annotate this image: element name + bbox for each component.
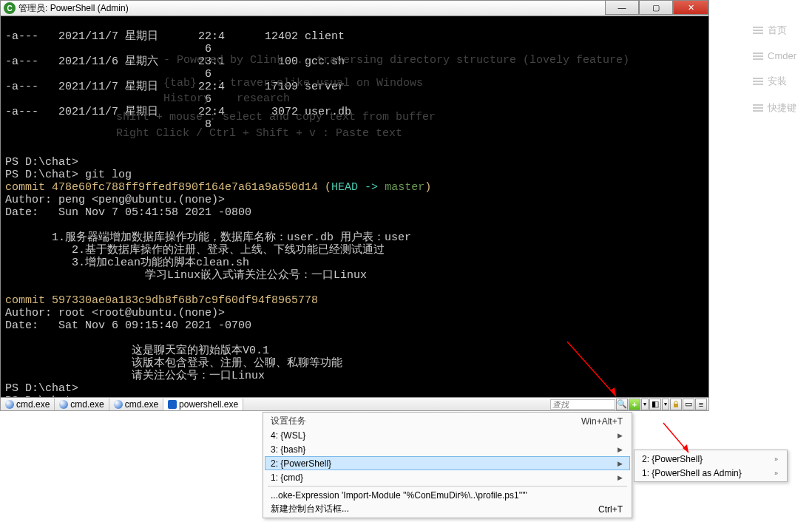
terminal-output[interactable]: -a--- 2021/11/7 星期日 22:4 12402 client 6 … bbox=[0, 16, 709, 398]
submenu-item-powershell-admin[interactable]: 1: {PowerShell as Admin}» bbox=[636, 466, 785, 480]
menu-header-shortcut: Win+Alt+T bbox=[581, 416, 623, 427]
tab-cmd-3[interactable]: cmd.exe bbox=[109, 399, 163, 410]
menu-item-label: 2: {PowerShell} bbox=[642, 454, 703, 464]
window-titlebar: C 管理员: PowerShell (Admin) — ▢ ✕ bbox=[0, 0, 709, 16]
menu-item-cmd[interactable]: 1: {cmd}▶ bbox=[265, 470, 630, 484]
maximize-pane-button[interactable]: ▭ bbox=[683, 399, 694, 410]
prompt: PS D:\chat> bbox=[5, 156, 78, 169]
maximize-button[interactable]: ▢ bbox=[639, 0, 673, 15]
cmd-icon bbox=[5, 400, 14, 409]
menu-item-powershell[interactable]: 2: {PowerShell}▶ bbox=[265, 456, 630, 470]
search-input[interactable] bbox=[550, 399, 615, 410]
submenu-arrow-icon: » bbox=[774, 455, 778, 463]
hamburger-icon bbox=[753, 78, 763, 85]
tab-cmd-2[interactable]: cmd.exe bbox=[55, 399, 109, 410]
ghost-text: History research bbox=[97, 92, 290, 105]
menu-separator bbox=[268, 486, 627, 487]
tab-label: cmd.exe bbox=[70, 399, 104, 410]
paren: ) bbox=[424, 181, 431, 194]
minimize-button[interactable]: — bbox=[605, 0, 639, 15]
ghost-nav-item: 安装 bbox=[753, 75, 796, 88]
powershell-submenu: 2: {PowerShell}» 1: {PowerShell as Admin… bbox=[634, 450, 788, 482]
menu-item-label: 1: {cmd} bbox=[271, 472, 303, 483]
ls-row: -a--- 2021/11/7 星期日 22:4 12402 client bbox=[5, 30, 345, 43]
menu-item-wsl[interactable]: 4: {WSL}▶ bbox=[265, 428, 630, 442]
menu-item-label: 4: {WSL} bbox=[271, 430, 305, 441]
window-title: 管理员: PowerShell (Admin) bbox=[18, 2, 129, 15]
menu-item-label: ...oke-Expression 'Import-Module ''%ConE… bbox=[271, 490, 527, 501]
cmd-icon bbox=[114, 400, 123, 409]
new-tab-button[interactable]: + bbox=[629, 399, 640, 410]
ghost-text: - Powered by Clink ... traversing direct… bbox=[97, 54, 629, 67]
menu-header-label: 设置任务 bbox=[271, 415, 306, 427]
paren: ( bbox=[325, 181, 331, 194]
commit-msg: 1.服务器端增加数据库操作功能，数据库名称：user.db 用户表：user bbox=[5, 231, 411, 244]
menu-button[interactable]: ≡ bbox=[695, 399, 707, 410]
menu-item-label: 2: {PowerShell} bbox=[271, 458, 331, 469]
tasks-menu: 设置任务 Win+Alt+T 4: {WSL}▶ 3: {bash}▶ 2: {… bbox=[263, 412, 632, 518]
commit-msg: 这是聊天室的初始版本V0.1 bbox=[5, 345, 269, 357]
submenu-arrow-icon: » bbox=[774, 470, 778, 477]
branch-ref: master bbox=[385, 181, 424, 194]
split-dropdown[interactable]: ▾ bbox=[662, 399, 669, 410]
tab-label: cmd.exe bbox=[125, 399, 158, 410]
search-button[interactable]: 🔍 bbox=[616, 399, 628, 410]
tab-label: powershell.exe bbox=[179, 399, 238, 410]
menu-header: 设置任务 Win+Alt+T bbox=[265, 414, 630, 428]
menu-item-label: 1: {PowerShell as Admin} bbox=[642, 468, 742, 478]
powershell-icon bbox=[168, 400, 177, 409]
commit-msg: 该版本包含登录、注册、公聊、私聊等功能 bbox=[5, 357, 342, 370]
head-ref: HEAD -> bbox=[331, 181, 385, 194]
menu-item-new-console[interactable]: 新建控制台对话框...Ctrl+T bbox=[265, 502, 630, 516]
lock-button[interactable] bbox=[670, 399, 682, 410]
commit-msg: 学习Linux嵌入式请关注公众号：一口Linux bbox=[5, 269, 367, 282]
commit-msg: 请关注公众号：一口Linux bbox=[5, 370, 265, 382]
commit-date: Date: Sat Nov 6 09:15:40 2021 -0700 bbox=[5, 319, 251, 332]
ghost-nav-item: Cmder bbox=[753, 50, 796, 61]
commit-hash: commit 597330ae0a183c9db8f68b7c9f60df94f… bbox=[5, 294, 318, 307]
commit-author: Author: root <root@ubuntu.(none)> bbox=[5, 307, 225, 319]
tab-label: cmd.exe bbox=[16, 399, 50, 410]
tab-powershell[interactable]: powershell.exe bbox=[163, 399, 243, 410]
menu-item-label: 新建控制台对话框... bbox=[271, 503, 349, 515]
commit-msg: 3.增加clean功能的脚本clean.sh bbox=[5, 257, 249, 269]
submenu-arrow-icon: ▶ bbox=[618, 446, 623, 453]
commit-author: Author: peng <peng@ubuntu.(none)> bbox=[5, 194, 225, 206]
submenu-arrow-icon: ▶ bbox=[618, 460, 623, 467]
right-nav-ghost: 首页 Cmder 安装 快捷键 bbox=[753, 24, 796, 115]
submenu-item-powershell[interactable]: 2: {PowerShell}» bbox=[636, 452, 785, 466]
prompt: PS D:\chat> bbox=[5, 382, 78, 395]
submenu-arrow-icon: ▶ bbox=[618, 474, 623, 481]
svg-line-3 bbox=[663, 423, 688, 452]
ghost-text: {tab} : traverselike usual on Windows bbox=[97, 77, 423, 89]
menu-item-oke-expression[interactable]: ...oke-Expression 'Import-Module ''%ConE… bbox=[265, 488, 630, 502]
menu-item-shortcut: Ctrl+T bbox=[598, 504, 623, 515]
tab-cmd-1[interactable]: cmd.exe bbox=[1, 399, 55, 410]
commit-date: Date: Sun Nov 7 05:41:58 2021 -0800 bbox=[5, 206, 251, 219]
commit-hash: commit 478e60fc788ff9ffedf890f164e7a61a9… bbox=[5, 181, 318, 194]
close-button[interactable]: ✕ bbox=[673, 0, 708, 15]
menu-item-bash[interactable]: 3: {bash}▶ bbox=[265, 442, 630, 456]
ghost-nav-item: 快捷键 bbox=[753, 101, 796, 115]
cmd-icon bbox=[59, 400, 68, 409]
submenu-arrow-icon: ▶ bbox=[618, 432, 623, 439]
hamburger-icon bbox=[753, 27, 763, 34]
ghost-text: shift + mouse : select and copy text fro… bbox=[89, 111, 436, 123]
app-icon: C bbox=[4, 2, 16, 14]
hamburger-icon bbox=[753, 104, 763, 112]
hamburger-icon bbox=[753, 52, 763, 60]
tab-bar: cmd.exe cmd.exe cmd.exe powershell.exe 🔍… bbox=[0, 398, 709, 411]
prompt: PS D:\chat> git log bbox=[5, 169, 132, 181]
commit-msg: 2.基于数据库操作的注册、登录、上线、下线功能已经测试通过 bbox=[5, 244, 385, 257]
menu-item-label: 3: {bash} bbox=[271, 444, 305, 455]
ghost-nav-item: 首页 bbox=[753, 24, 796, 37]
ghost-text: Right Click / Ctrl + Shift + v : Paste t… bbox=[89, 127, 402, 140]
svg-rect-0 bbox=[674, 404, 678, 407]
split-button[interactable]: ◧ bbox=[649, 399, 661, 410]
new-tab-dropdown[interactable]: ▾ bbox=[641, 399, 649, 410]
